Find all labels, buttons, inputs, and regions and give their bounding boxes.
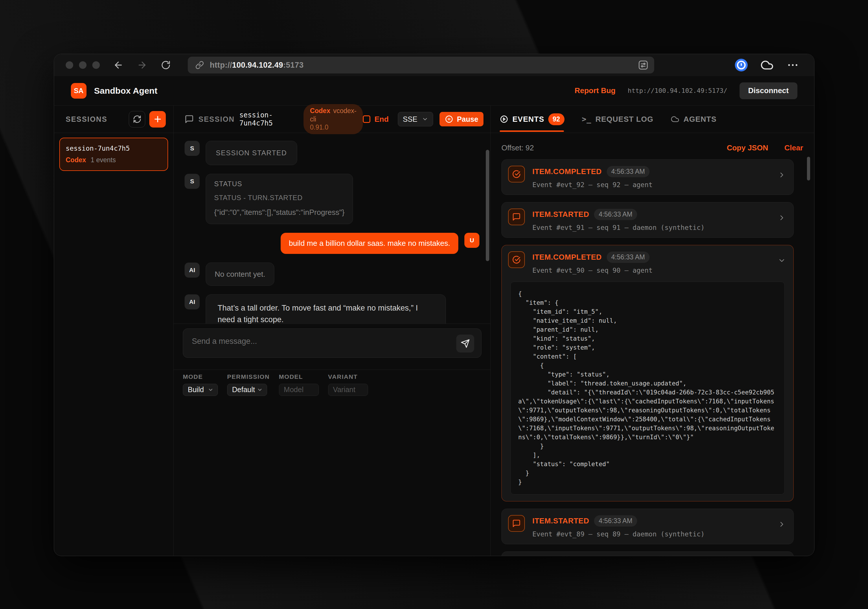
event-type: ITEM.STARTED [532, 516, 589, 526]
chat-scrollbar[interactable] [486, 150, 489, 261]
chevron-down-icon [422, 116, 428, 122]
status-subtitle: STATUS - TURN.STARTED [214, 194, 345, 202]
cloud-icon [671, 115, 679, 124]
events-list: ITEM.COMPLETED 4:56:33 AM Event #evt_92 … [491, 159, 814, 556]
tab-agents[interactable]: AGENTS [671, 115, 716, 124]
event-time: 4:56:33 AM [594, 515, 637, 527]
pause-label: Pause [457, 115, 478, 124]
offset-label: Offset: 92 [501, 144, 534, 152]
check-circle-icon [508, 166, 525, 182]
model-input[interactable] [279, 384, 319, 396]
window-minimize-button[interactable] [79, 61, 87, 69]
session-label: SESSION [198, 115, 235, 124]
forward-icon[interactable] [137, 60, 147, 70]
badge-version: 0.91.0 [310, 124, 329, 131]
url-text[interactable]: http://100.94.102.49:5173 [210, 61, 304, 70]
events-count-badge: 92 [548, 113, 564, 125]
avatar: S [184, 174, 200, 189]
sessions-title: SESSIONS [66, 115, 107, 124]
window-zoom-button[interactable] [92, 61, 100, 69]
ai-paragraph: That’s a tall order. To move fast and “m… [218, 302, 434, 324]
event-description: Event #evt_92 — seq 92 — agent [532, 181, 653, 189]
message-status-turn-started: S STATUS STATUS - TURN.STARTED {"id":"0"… [184, 174, 479, 224]
event-card-expanded[interactable]: ITEM.COMPLETED 4:56:33 AM Event #evt_90 … [501, 245, 794, 501]
window-close-button[interactable] [66, 61, 73, 69]
message-user: build me a billion dollar saas. make no … [184, 233, 479, 254]
sessions-sidebar: SESSIONS session-7un4c7h5 Codex 1 events [54, 105, 174, 556]
chat-bubble-icon [508, 515, 525, 532]
status-json: {"id":"0","items":[],"status":"inProgres… [214, 207, 345, 218]
model-label: MODEL [279, 373, 319, 380]
terminal-icon: >_ [582, 115, 591, 124]
event-card[interactable]: ITEM.STARTED 4:56:33 AM Event #evt_91 — … [501, 202, 794, 238]
chevron-right-icon[interactable] [778, 171, 786, 179]
mode-label: MODE [183, 373, 218, 380]
permission-label: PERMISSION [227, 373, 270, 380]
paper-plane-icon [460, 339, 470, 348]
message-system-started: S SESSION STARTED [184, 141, 479, 165]
event-description: Event #evt_91 — seq 91 — daemon (synthet… [532, 224, 705, 231]
event-type: ITEM.COMPLETED [532, 167, 602, 176]
transport-select[interactable]: SSE [398, 112, 433, 126]
address-bar[interactable]: http://100.94.102.49:5173 [188, 57, 654, 73]
permission-value: Default [232, 385, 255, 394]
event-json-payload[interactable]: { "item": { "item_id": "itm_5", "native_… [510, 282, 785, 495]
pause-button[interactable]: Pause [440, 112, 484, 126]
event-time: 4:56:33 AM [594, 209, 637, 220]
link-icon [195, 61, 204, 70]
message-bubble: STATUS STATUS - TURN.STARTED {"id":"0","… [206, 174, 353, 224]
event-card[interactable]: ITEM.STARTED 4:56:33 AM Event #evt_89 — … [501, 509, 794, 544]
server-url: http://100.94.102.49:5173/ [628, 87, 727, 94]
session-list-item[interactable]: session-7un4c7h5 Codex 1 events [59, 138, 168, 171]
disconnect-button[interactable]: Disconnect [739, 82, 797, 99]
message-bubble: No content yet. [206, 263, 274, 286]
event-type: ITEM.STARTED [532, 210, 589, 219]
session-panel-name: session-7un4c7h5 [239, 111, 298, 127]
user-avatar: U [464, 233, 479, 248]
variant-label: VARIANT [328, 373, 368, 380]
chevron-right-icon[interactable] [778, 214, 786, 222]
new-session-button[interactable] [149, 111, 166, 128]
sliders-icon[interactable] [637, 59, 649, 71]
event-type: ITEM.COMPLETED [532, 253, 602, 262]
tab-request-log-label: REQUEST LOG [595, 115, 653, 124]
chat-bubble-icon [184, 114, 194, 124]
events-tabs: EVENTS 92 >_ REQUEST LOG AGENTS [491, 105, 814, 133]
message-input[interactable] [183, 329, 482, 358]
event-card[interactable]: ITEM.COMPLETED 4:56:33 AM Event #evt_88 … [501, 552, 794, 556]
password-manager-icon[interactable] [735, 59, 748, 71]
chevron-right-icon[interactable] [778, 520, 786, 528]
transport-value: SSE [403, 115, 417, 124]
event-description: Event #evt_89 — seq 89 — daemon (synthet… [532, 530, 705, 538]
tab-request-log[interactable]: >_ REQUEST LOG [582, 115, 654, 124]
window-controls[interactable] [66, 61, 100, 69]
pause-circle-icon [445, 115, 453, 124]
end-session-label: End [374, 115, 389, 124]
tab-events[interactable]: EVENTS 92 [500, 113, 564, 125]
permission-select[interactable]: Default [227, 384, 267, 396]
events-scrollbar[interactable] [807, 157, 810, 181]
clear-events-button[interactable]: Clear [784, 144, 803, 152]
ellipsis-icon[interactable] [786, 59, 799, 71]
app-logo: SA [71, 83, 87, 99]
event-card[interactable]: ITEM.COMPLETED 4:56:33 AM Event #evt_92 … [501, 159, 794, 195]
session-agent-label: Codex [66, 156, 86, 164]
event-time: 4:56:33 AM [607, 252, 649, 263]
variant-input[interactable] [328, 384, 368, 396]
back-icon[interactable] [113, 60, 124, 70]
mode-select[interactable]: Build [183, 384, 218, 396]
play-circle-icon [500, 115, 508, 124]
end-session-control[interactable]: End [363, 115, 389, 124]
ai-avatar: AI [184, 263, 200, 278]
stop-square-icon [363, 115, 370, 123]
refresh-sessions-button[interactable] [129, 111, 145, 128]
copy-json-button[interactable]: Copy JSON [727, 144, 768, 152]
tab-agents-label: AGENTS [684, 115, 716, 124]
cloud-icon[interactable] [760, 59, 774, 72]
refresh-icon[interactable] [161, 60, 171, 70]
send-button[interactable] [456, 335, 474, 352]
report-bug-link[interactable]: Report Bug [575, 86, 616, 95]
message-bubble: That’s a tall order. To move fast and “m… [206, 294, 446, 324]
chevron-down-icon[interactable] [778, 257, 786, 264]
session-name: session-7un4c7h5 [66, 145, 162, 152]
